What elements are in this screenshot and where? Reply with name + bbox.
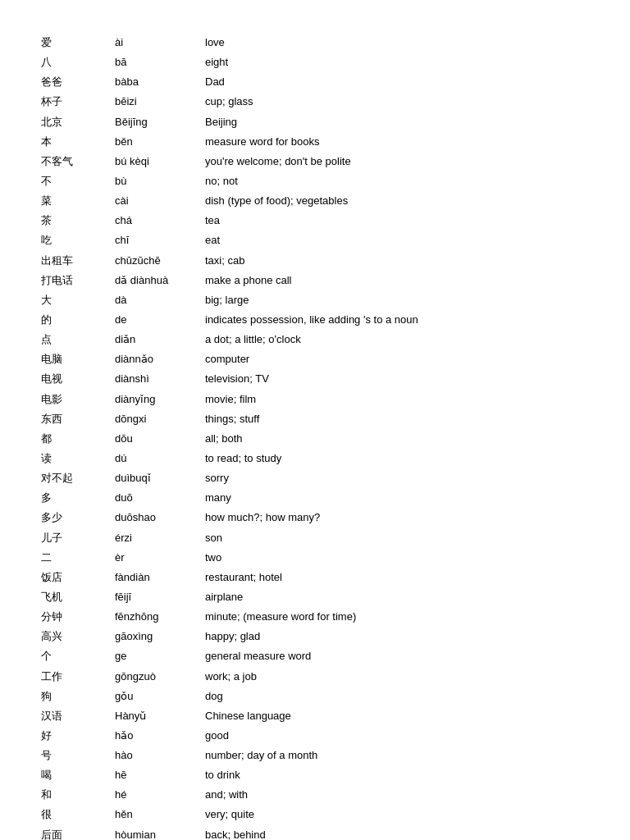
pinyin-text: dōngxi: [115, 409, 205, 429]
english-definition: very; quite: [205, 805, 589, 824]
pinyin-text: dǎ diànhuà: [115, 271, 205, 290]
pinyin-text: bù: [115, 171, 205, 191]
table-row: 茶chátea: [41, 211, 589, 231]
table-row: 分钟fēnzhōngminute; (measure word for time…: [41, 607, 589, 627]
table-row: 不客气bú kèqiyou're welcome; don't be polit…: [41, 152, 589, 171]
chinese-character: 爸爸: [41, 72, 115, 92]
chinese-character: 不: [41, 171, 115, 191]
chinese-character: 不客气: [41, 152, 115, 171]
chinese-character: 对不起: [41, 468, 115, 488]
english-definition: minute; (measure word for time): [205, 607, 589, 627]
pinyin-text: duō: [115, 488, 205, 508]
table-row: 电脑diànnǎocomputer: [41, 349, 589, 369]
chinese-character: 吃: [41, 231, 115, 250]
pinyin-text: hǎo: [115, 726, 205, 746]
pinyin-text: gāoxìng: [115, 627, 205, 646]
table-row: 都dōuall; both: [41, 429, 589, 449]
chinese-character: 大: [41, 290, 115, 310]
english-definition: all; both: [205, 429, 589, 449]
english-definition: taxi; cab: [205, 251, 589, 271]
chinese-character: 儿子: [41, 528, 115, 548]
chinese-character: 飞机: [41, 587, 115, 607]
pinyin-text: chī: [115, 231, 205, 250]
english-definition: happy; glad: [205, 627, 589, 646]
chinese-character: 狗: [41, 687, 115, 706]
table-row: 工作gōngzuòwork; a job: [41, 667, 589, 687]
chinese-character: 工作: [41, 667, 115, 687]
table-row: 高兴gāoxìnghappy; glad: [41, 627, 589, 646]
english-definition: love: [205, 33, 589, 52]
pinyin-text: hào: [115, 746, 205, 765]
english-definition: and; with: [205, 785, 589, 805]
pinyin-text: èr: [115, 548, 205, 568]
pinyin-text: diànnǎo: [115, 349, 205, 369]
pinyin-text: duōshao: [115, 508, 205, 527]
pinyin-text: hěn: [115, 805, 205, 824]
table-row: 儿子érzison: [41, 528, 589, 548]
table-row: 爸爸bàbaDad: [41, 72, 589, 92]
english-definition: dog: [205, 687, 589, 706]
chinese-character: 打电话: [41, 271, 115, 290]
pinyin-text: bàba: [115, 72, 205, 92]
pinyin-text: diànshì: [115, 369, 205, 389]
chinese-character: 点: [41, 330, 115, 349]
chinese-character: 电影: [41, 390, 115, 409]
english-definition: you're welcome; don't be polite: [205, 152, 589, 171]
pinyin-text: dōu: [115, 429, 205, 449]
pinyin-text: Hànyǔ: [115, 706, 205, 726]
pinyin-text: fàndiàn: [115, 568, 205, 587]
pinyin-text: dà: [115, 290, 205, 310]
english-definition: restaurant; hotel: [205, 568, 589, 587]
table-row: 爱àilove: [41, 33, 589, 52]
english-definition: dish (type of food); vegetables: [205, 191, 589, 211]
english-definition: general measure word: [205, 646, 589, 666]
chinese-character: 号: [41, 746, 115, 765]
english-definition: computer: [205, 349, 589, 369]
pinyin-text: de: [115, 310, 205, 330]
pinyin-text: chūzūchē: [115, 251, 205, 271]
english-definition: movie; film: [205, 390, 589, 409]
chinese-character: 汉语: [41, 706, 115, 726]
pinyin-text: ge: [115, 646, 205, 666]
chinese-character: 高兴: [41, 627, 115, 646]
chinese-character: 喝: [41, 765, 115, 785]
table-row: 杯子bēizicup; glass: [41, 92, 589, 112]
table-row: 很hěnvery; quite: [41, 805, 589, 824]
english-definition: sorry: [205, 468, 589, 488]
pinyin-text: hé: [115, 785, 205, 805]
english-definition: airplane: [205, 587, 589, 607]
chinese-character: 饭店: [41, 568, 115, 587]
pinyin-text: bú kèqi: [115, 152, 205, 171]
pinyin-text: Běijīng: [115, 112, 205, 132]
english-definition: son: [205, 528, 589, 548]
chinese-character: 出租车: [41, 251, 115, 271]
table-row: 和héand; with: [41, 785, 589, 805]
pinyin-text: fēijī: [115, 587, 205, 607]
table-row: 飞机fēijīairplane: [41, 587, 589, 607]
table-row: 电视diànshìtelevision; TV: [41, 369, 589, 389]
table-row: 饭店fàndiànrestaurant; hotel: [41, 568, 589, 587]
english-definition: indicates possession, like adding 's to …: [205, 310, 589, 330]
table-row: 号hàonumber; day of a month: [41, 746, 589, 765]
english-definition: things; stuff: [205, 409, 589, 429]
chinese-character: 个: [41, 646, 115, 666]
table-row: 八bāeight: [41, 52, 589, 72]
chinese-character: 本: [41, 132, 115, 152]
chinese-character: 好: [41, 726, 115, 746]
english-definition: eat: [205, 231, 589, 250]
english-definition: measure word for books: [205, 132, 589, 152]
chinese-character: 八: [41, 52, 115, 72]
table-row: 喝hēto drink: [41, 765, 589, 785]
table-row: 读dúto read; to study: [41, 449, 589, 468]
english-definition: tea: [205, 211, 589, 231]
chinese-character: 杯子: [41, 92, 115, 112]
chinese-character: 北京: [41, 112, 115, 132]
english-definition: television; TV: [205, 369, 589, 389]
table-row: 汉语HànyǔChinese language: [41, 706, 589, 726]
chinese-character: 多少: [41, 508, 115, 527]
english-definition: Beijing: [205, 112, 589, 132]
pinyin-text: bā: [115, 52, 205, 72]
chinese-character: 很: [41, 805, 115, 824]
table-row: 吃chīeat: [41, 231, 589, 250]
english-definition: Chinese language: [205, 706, 589, 726]
